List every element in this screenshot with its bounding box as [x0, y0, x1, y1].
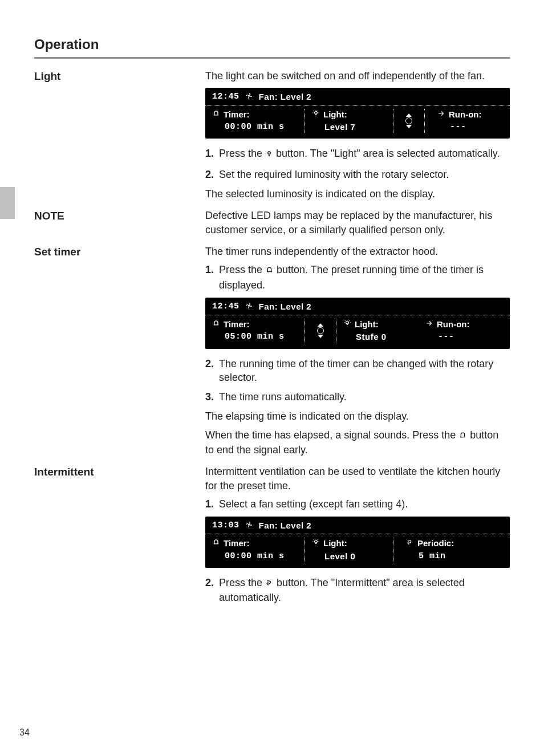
timer-value: 05:00 min s: [212, 331, 298, 343]
timer-label: Timer:: [224, 319, 250, 330]
light-steps: 1. Press the button. The "Light" area is…: [205, 147, 510, 181]
cell-timer: Timer: 00:00 min s: [212, 109, 298, 133]
svg-point-3: [248, 305, 249, 306]
runon-icon: [437, 109, 445, 120]
fan-icon: [245, 91, 253, 103]
light-intro: The light can be switched on and off ind…: [205, 69, 510, 83]
svg-point-6: [315, 540, 318, 543]
cell-light: Light: Stufe 0: [343, 319, 417, 343]
cell-timer: Timer: 00:00 min s: [212, 538, 298, 562]
timer-label: Timer:: [224, 109, 250, 120]
fan-icon: [245, 520, 253, 531]
intermittent-steps-a: 1. Select a fan setting (except fan sett…: [205, 497, 510, 511]
light-step-2: 2. Set the required luminosity with the …: [205, 168, 510, 181]
section-rule: [34, 57, 510, 59]
side-tab: [0, 187, 15, 219]
cell-timer: Timer: 05:00 min s: [212, 319, 298, 343]
rotary-selector-indicator: [312, 319, 329, 343]
periodic-label: Periodic:: [417, 538, 454, 549]
timer-steps-b: 2. The running time of the timer can be …: [205, 357, 510, 404]
note-text: Defective LED lamps may be replaced by t…: [205, 209, 510, 237]
row-intermittent: Intermittent Intermittent ventilation ca…: [34, 465, 510, 610]
text: Select a fan setting (except fan setting…: [219, 498, 408, 510]
periodic-value: 5 min: [406, 551, 446, 562]
svg-point-4: [346, 322, 349, 324]
rotary-selector-indicator: [400, 109, 417, 133]
cell-light: Light: Level 7: [312, 109, 386, 133]
label-light: Light: [34, 69, 205, 84]
body-note: Defective LED lamps may be replaced by t…: [205, 209, 510, 241]
light-label: Light:: [323, 109, 347, 120]
timer-after1: The elapsing time is indicated on the di…: [205, 409, 510, 423]
bulb-icon: [312, 109, 320, 120]
label-intermittent: Intermittent: [34, 465, 205, 479]
svg-point-0: [248, 95, 249, 96]
display-body: Timer: 05:00 min s Lig: [205, 315, 510, 349]
timer-steps-a: 1. Press the button. The preset running …: [205, 263, 510, 292]
display-clock: 12:45: [212, 301, 239, 312]
timer-step-3: 3. The time runs automatically.: [205, 390, 510, 404]
light-step-1: 1. Press the button. The "Light" area is…: [205, 147, 510, 161]
fan-icon: [245, 301, 253, 312]
display-clock: 12:45: [212, 91, 239, 103]
intermittent-intro: Intermittent ventilation can be used to …: [205, 465, 510, 493]
light-button-icon: [265, 148, 273, 161]
display-timer: 12:45 Fan: Level 2 Timer: 0: [205, 298, 510, 349]
runon-label: Run-on:: [437, 319, 469, 330]
display-fan: Fan: Level 2: [259, 301, 312, 312]
display-fan: Fan: Level 2: [259, 91, 312, 103]
bell-icon: [212, 319, 220, 330]
bulb-icon: [343, 319, 351, 330]
svg-point-5: [248, 524, 249, 525]
vsep: [393, 538, 393, 562]
display-intermittent: 13:03 Fan: Level 2 Timer: 0: [205, 517, 510, 568]
row-note: NOTE Defective LED lamps may be replaced…: [34, 209, 510, 241]
display-top: 12:45 Fan: Level 2: [205, 88, 510, 105]
vsep: [305, 319, 305, 343]
page-number: 34: [19, 726, 30, 739]
body-intermittent: Intermittent ventilation can be used to …: [205, 465, 510, 610]
display-light: 12:45 Fan: Level 2 Timer: 0: [205, 88, 510, 139]
bell-icon: [212, 109, 220, 120]
runon-label: Run-on:: [449, 109, 481, 120]
bell-button-icon: [458, 429, 467, 443]
display-top: 12:45 Fan: Level 2: [205, 298, 510, 315]
vsep: [336, 319, 336, 343]
light-after: The selected luminosity is indicated on …: [205, 187, 510, 201]
body-light: The light can be switched on and off ind…: [205, 69, 510, 205]
bell-icon: [212, 538, 220, 549]
runon-value: ---: [437, 121, 466, 133]
intermittent-step-1: 1. Select a fan setting (except fan sett…: [205, 497, 510, 511]
vsep: [424, 109, 425, 133]
label-settimer: Set timer: [34, 245, 205, 259]
timer-value: 00:00 min s: [212, 551, 298, 562]
display-fan: Fan: Level 2: [259, 520, 312, 531]
light-label: Light:: [355, 319, 379, 330]
text: button. The "Light" area is selected aut…: [276, 148, 500, 159]
text: Press the: [219, 264, 265, 275]
light-label: Light:: [323, 538, 347, 549]
text: Press the: [219, 148, 265, 159]
light-value: Stufe 0: [343, 331, 417, 343]
bulb-icon: [312, 538, 320, 549]
timer-step-1: 1. Press the button. The preset running …: [205, 263, 510, 292]
runon-icon: [425, 319, 433, 330]
timer-intro: The timer runs independently of the extr…: [205, 245, 510, 258]
light-value: Level 0: [312, 551, 386, 562]
display-clock: 13:03: [212, 520, 239, 531]
timer-after2: When the time has elapsed, a signal soun…: [205, 428, 510, 457]
cell-periodic: Periodic: 5 min: [400, 538, 503, 562]
display-body: Timer: 00:00 min s Light: Level 7: [205, 105, 510, 139]
svg-point-1: [315, 111, 318, 114]
manual-page: Operation Light The light can be switche…: [0, 0, 544, 756]
section-title: Operation: [34, 35, 510, 54]
cell-runon: Run-on: ---: [432, 109, 503, 133]
cell-runon: Run-on: ---: [420, 319, 503, 343]
bell-button-icon: [265, 264, 274, 278]
display-body: Timer: 00:00 min s Light: Level 0: [205, 534, 510, 568]
row-light: Light The light can be switched on and o…: [34, 69, 510, 205]
label-note: NOTE: [34, 209, 205, 223]
timer-step-2: 2. The running time of the timer can be …: [205, 357, 510, 385]
periodic-icon: [406, 538, 414, 549]
display-top: 13:03 Fan: Level 2: [205, 517, 510, 534]
